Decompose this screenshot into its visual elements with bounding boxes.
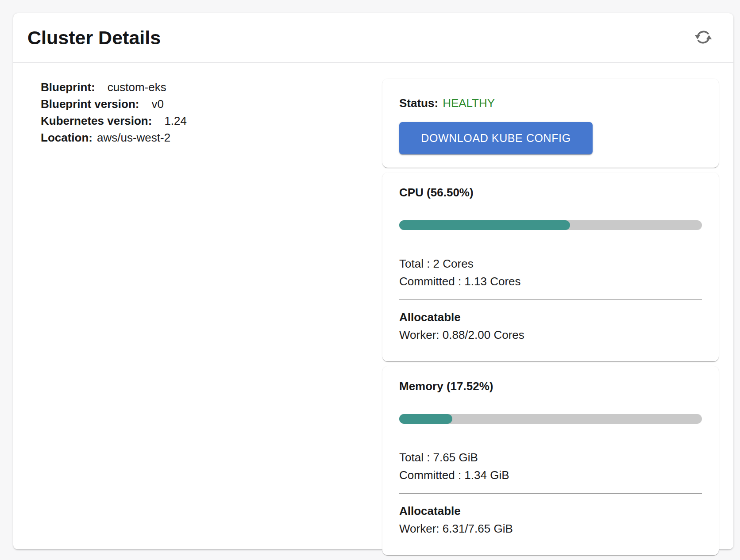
refresh-button[interactable] [693,27,714,49]
memory-stats: Total : 7.65 GiB Committed : 1.34 GiB Al… [399,449,702,537]
memory-committed: Committed : 1.34 GiB [399,466,702,484]
cpu-panel: CPU (56.50%) Total : 2 Cores Committed :… [382,173,719,361]
cpu-stats: Total : 2 Cores Committed : 1.13 Cores A… [399,255,702,344]
detail-row-blueprint: Blueprint:custom-eks [41,79,187,96]
status-label: Status: [399,96,438,110]
cpu-total: Total : 2 Cores [399,255,702,272]
status-panel: Status:HEALTHY DOWNLOAD KUBE CONFIG [382,79,719,168]
cluster-details-card: Cluster Details Blueprint:custom-e [13,13,733,549]
refresh-icon [693,27,713,49]
memory-progress-fill [399,414,452,424]
card-content: Blueprint:custom-eks Blueprint version:v… [13,63,733,555]
cpu-progress-bar [399,220,702,230]
divider [399,493,702,494]
location-value: aws/us-west-2 [97,131,170,144]
blueprint-value: custom-eks [108,81,166,94]
divider [399,299,702,300]
status-line: Status:HEALTHY [399,96,702,110]
cpu-title: CPU (56.50%) [399,186,702,199]
blueprint-version-value: v0 [151,97,163,111]
memory-total: Total : 7.65 GiB [399,449,702,466]
detail-row-kubernetes-version: Kubernetes version:1.24 [41,112,187,129]
cpu-committed: Committed : 1.13 Cores [399,272,702,290]
page-title: Cluster Details [27,27,161,49]
cpu-worker: Worker: 0.88/2.00 Cores [399,326,702,344]
kubernetes-version-label: Kubernetes version: [41,114,152,127]
memory-allocatable-label: Allocatable [399,502,702,520]
card-header: Cluster Details [13,13,733,63]
cluster-info-list: Blueprint:custom-eks Blueprint version:v… [27,79,187,555]
detail-row-location: Location:aws/us-west-2 [41,129,187,146]
cpu-progress-fill [399,220,570,230]
download-kube-config-button[interactable]: DOWNLOAD KUBE CONFIG [399,122,593,154]
memory-progress-bar [399,414,702,424]
memory-panel: Memory (17.52%) Total : 7.65 GiB Committ… [382,366,719,555]
blueprint-version-label: Blueprint version: [41,97,139,111]
memory-worker: Worker: 6.31/7.65 GiB [399,520,702,537]
blueprint-label: Blueprint: [41,81,95,94]
metrics-column: Status:HEALTHY DOWNLOAD KUBE CONFIG CPU … [382,79,719,555]
cpu-allocatable-label: Allocatable [399,308,702,326]
detail-row-blueprint-version: Blueprint version:v0 [41,96,187,112]
kubernetes-version-value: 1.24 [164,114,187,127]
status-badge: HEALTHY [443,96,495,110]
memory-title: Memory (17.52%) [399,380,702,393]
location-label: Location: [41,131,92,144]
